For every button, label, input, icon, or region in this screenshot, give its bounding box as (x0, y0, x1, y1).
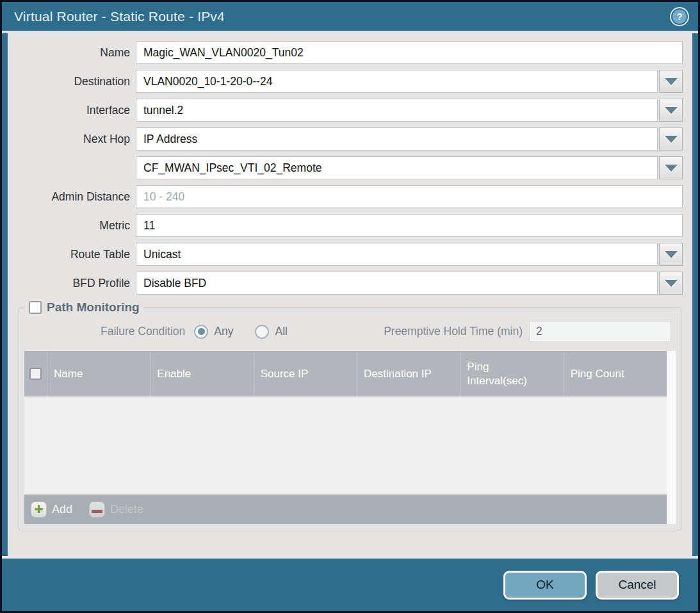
path-monitoring-table: Name Enable Source IP Destination IP Pin… (24, 351, 676, 524)
cancel-button[interactable]: Cancel (596, 571, 679, 600)
metric-input[interactable] (136, 214, 683, 237)
name-row: Name (17, 41, 683, 64)
destination-dropdown-button[interactable] (659, 70, 683, 93)
metric-row: Metric (17, 214, 683, 237)
next-hop-type-input[interactable] (136, 127, 658, 151)
column-header-source-ip[interactable]: Source IP (254, 351, 357, 396)
column-header-name[interactable]: Name (47, 351, 150, 396)
column-header-enable[interactable]: Enable (150, 351, 253, 396)
next-hop-label: Next Hop (17, 133, 136, 146)
admin-distance-label: Admin Distance (17, 190, 136, 204)
screen-frame: Virtual Router - Static Route - IPv4 ? N… (0, 0, 700, 613)
interface-label: Interface (17, 104, 136, 117)
delete-button-label: Delete (110, 503, 143, 516)
add-button-label: Add (52, 503, 72, 516)
bfd-profile-dropdown-button[interactable] (659, 272, 683, 295)
chevron-down-icon (665, 78, 678, 85)
destination-label: Destination (17, 75, 136, 88)
dialog-title: Virtual Router - Static Route - IPv4 (14, 9, 670, 24)
route-table-input[interactable] (136, 243, 658, 266)
destination-input[interactable] (136, 70, 658, 93)
help-button[interactable]: ? (670, 7, 689, 26)
ok-button[interactable]: OK (503, 571, 587, 600)
bfd-profile-label: BFD Profile (17, 277, 136, 290)
column-header-destination-ip[interactable]: Destination IP (357, 351, 460, 396)
route-table-dropdown-button[interactable] (659, 243, 683, 266)
admin-distance-input[interactable] (136, 185, 683, 208)
chevron-down-icon (665, 107, 678, 114)
column-header-ping-count[interactable]: Ping Count (564, 351, 667, 396)
route-table-row: Route Table (17, 243, 683, 266)
admin-distance-row: Admin Distance (17, 185, 683, 208)
chevron-down-icon (665, 251, 678, 258)
interface-dropdown-button[interactable] (659, 99, 683, 122)
path-monitoring-legend: Path Monitoring (25, 300, 143, 315)
interface-row: Interface (17, 99, 683, 122)
delete-button[interactable]: ▬ Delete (89, 502, 143, 518)
failure-condition-row: Failure Condition Any All Preemptive Hol… (26, 321, 674, 342)
next-hop-address-dropdown-button[interactable] (659, 156, 683, 179)
chevron-down-icon (665, 165, 678, 172)
failure-condition-all-label: All (275, 325, 287, 338)
title-bar: Virtual Router - Static Route - IPv4 ? (2, 2, 698, 33)
question-mark-icon: ? (672, 10, 687, 24)
failure-condition-any-radio[interactable] (194, 325, 208, 339)
table-scrollbar-gutter (667, 351, 676, 524)
next-hop-row: Next Hop (17, 127, 683, 151)
name-input[interactable] (136, 41, 683, 64)
next-hop-address-input[interactable] (136, 156, 658, 179)
table-header-row: Name Enable Source IP Destination IP Pin… (24, 351, 667, 396)
select-all-checkbox[interactable] (29, 368, 42, 380)
interface-input[interactable] (136, 99, 658, 122)
table-header-checkbox-cell (24, 351, 47, 396)
destination-row: Destination (17, 70, 683, 93)
dialog-content: Name Destination Interface (8, 33, 692, 556)
bfd-profile-row: BFD Profile (17, 272, 683, 295)
chevron-down-icon (665, 280, 678, 287)
failure-condition-all-radio[interactable] (255, 325, 269, 339)
route-table-label: Route Table (17, 248, 136, 261)
plus-icon: ✚ (31, 502, 47, 518)
name-label: Name (17, 46, 136, 60)
path-monitoring-section: Path Monitoring Failure Condition Any Al… (19, 300, 681, 530)
failure-condition-any-label: Any (214, 325, 233, 338)
column-header-ping-interval[interactable]: Ping Interval(sec) (460, 351, 563, 396)
chevron-down-icon (665, 136, 678, 143)
next-hop-type-dropdown-button[interactable] (659, 127, 683, 151)
path-monitoring-title: Path Monitoring (47, 300, 140, 315)
table-body-empty (24, 396, 667, 494)
preemptive-hold-time-label: Preemptive Hold Time (min) (384, 325, 523, 338)
bfd-profile-input[interactable] (136, 272, 658, 295)
next-hop-address-row (17, 156, 683, 179)
dialog-window: Virtual Router - Static Route - IPv4 ? N… (2, 2, 698, 611)
failure-condition-label: Failure Condition (101, 325, 185, 338)
minus-icon: ▬ (89, 502, 105, 518)
table-toolbar: ✚ Add ▬ Delete (24, 494, 667, 524)
add-button[interactable]: ✚ Add (31, 502, 72, 518)
preemptive-hold-time-input[interactable] (529, 321, 671, 342)
dialog-footer: OK Cancel (2, 556, 698, 611)
path-monitoring-checkbox[interactable] (29, 301, 42, 314)
metric-label: Metric (17, 219, 136, 233)
